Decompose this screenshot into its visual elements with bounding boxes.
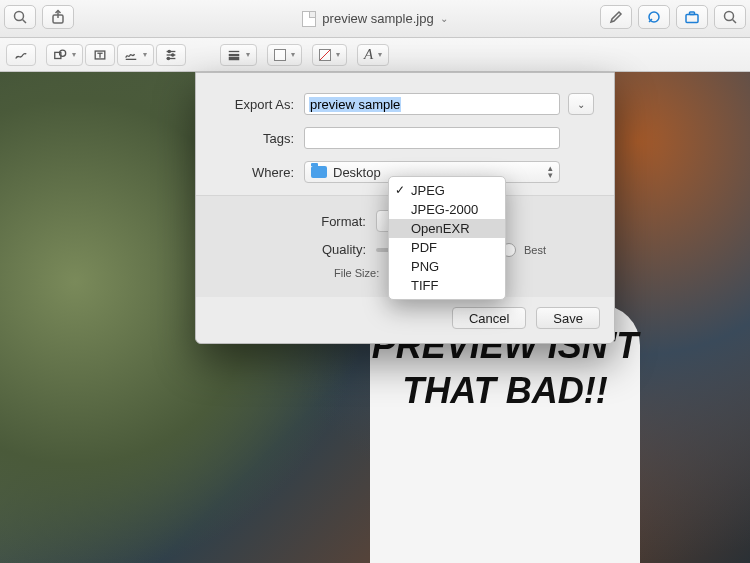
svg-rect-5: [686, 15, 698, 23]
svg-point-7: [725, 12, 734, 21]
quality-label: Quality:: [216, 242, 366, 257]
no-fill-swatch-icon: [319, 49, 331, 61]
chevron-down-icon: ▾: [378, 50, 382, 59]
zoom-tool-button[interactable]: [4, 5, 36, 29]
folder-icon: [311, 166, 327, 178]
markup-toolbar: ▾ ▾ ▾ ▾ ▾ A ▾: [0, 38, 750, 72]
sliders-icon: [164, 48, 178, 62]
document-icon: [302, 11, 316, 27]
svg-point-0: [15, 12, 24, 21]
inspector-button[interactable]: [676, 5, 708, 29]
svg-point-18: [168, 50, 170, 52]
text-tool[interactable]: [85, 44, 115, 66]
expand-save-panel-button[interactable]: ⌄: [568, 93, 594, 115]
cancel-button[interactable]: Cancel: [452, 307, 526, 329]
stroke-color-tool[interactable]: ▾: [267, 44, 302, 66]
export-as-input[interactable]: preview sample: [304, 93, 560, 115]
title-dropdown-icon[interactable]: ⌄: [440, 13, 448, 24]
pencil-icon: [608, 9, 624, 25]
tags-input[interactable]: [304, 127, 560, 149]
shapes-icon: [53, 48, 67, 62]
tags-label: Tags:: [216, 131, 294, 146]
shapes-tool[interactable]: ▾: [46, 44, 83, 66]
svg-line-1: [23, 20, 27, 24]
toolbox-icon: [646, 9, 662, 25]
save-button-label: Save: [553, 311, 583, 326]
search-button[interactable]: [714, 5, 746, 29]
magnifier-icon: [12, 9, 28, 25]
svg-point-20: [167, 57, 169, 59]
format-option-tiff[interactable]: TIFF: [389, 276, 505, 295]
svg-line-8: [733, 20, 737, 24]
window-titlebar: preview sample.jpg ⌄: [0, 0, 750, 38]
chevron-down-icon: ⌄: [577, 99, 585, 110]
checkmark-icon: ✓: [395, 183, 405, 197]
chevron-down-icon: ▾: [143, 50, 147, 59]
markup-toggle-button[interactable]: [638, 5, 670, 29]
format-label: Format:: [216, 214, 366, 229]
color-swatch-icon: [274, 49, 286, 61]
format-dropdown-menu: ✓ JPEG JPEG-2000 OpenEXR PDF PNG TIFF: [388, 176, 506, 300]
text-style-icon: A: [364, 46, 373, 63]
format-option-openexr[interactable]: OpenEXR: [389, 219, 505, 238]
where-label: Where:: [216, 165, 294, 180]
updown-icon: ▴▾: [548, 165, 553, 179]
export-as-label: Export As:: [216, 97, 294, 112]
svg-rect-6: [690, 12, 695, 15]
share-button[interactable]: [42, 5, 74, 29]
format-option-jpeg2000[interactable]: JPEG-2000: [389, 200, 505, 219]
chevron-down-icon: ▾: [72, 50, 76, 59]
window-title: preview sample.jpg: [322, 11, 433, 26]
format-option-jpeg[interactable]: ✓ JPEG: [389, 181, 505, 200]
sign-tool[interactable]: ▾: [117, 44, 154, 66]
chevron-down-icon: ▾: [291, 50, 295, 59]
share-icon: [50, 9, 66, 25]
text-style-tool[interactable]: A ▾: [357, 44, 389, 66]
export-as-value: preview sample: [309, 97, 401, 112]
svg-point-19: [172, 53, 174, 55]
briefcase-icon: [684, 9, 700, 25]
format-option-png[interactable]: PNG: [389, 257, 505, 276]
file-size-label: File Size:: [334, 267, 379, 279]
where-value: Desktop: [333, 165, 381, 180]
text-box-icon: [93, 48, 107, 62]
draw-tool[interactable]: [6, 44, 36, 66]
signature-icon: [124, 48, 138, 62]
line-weight-tool[interactable]: ▾: [220, 44, 257, 66]
scribble-icon: [14, 48, 28, 62]
chevron-down-icon: ▾: [336, 50, 340, 59]
adjust-tool[interactable]: [156, 44, 186, 66]
chevron-down-icon: ▾: [246, 50, 250, 59]
fill-color-tool[interactable]: ▾: [312, 44, 347, 66]
quality-best-label: Best: [524, 244, 546, 256]
format-option-pdf[interactable]: PDF: [389, 238, 505, 257]
cancel-button-label: Cancel: [469, 311, 509, 326]
search-icon: [722, 9, 738, 25]
markup-pencil-button[interactable]: [600, 5, 632, 29]
lines-icon: [227, 48, 241, 62]
save-button[interactable]: Save: [536, 307, 600, 329]
